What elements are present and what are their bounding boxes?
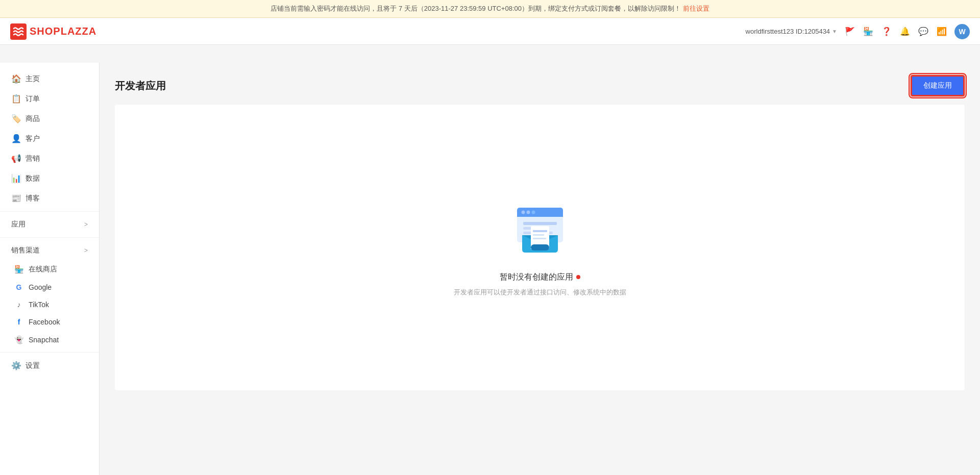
sidebar-section-sales[interactable]: 销售渠道 > <box>0 241 99 260</box>
top-banner: 店铺当前需输入密码才能在线访问，且将于 7 天后（2023-11-27 23:5… <box>0 0 980 18</box>
header: SHOPLAZZA worldfirsttest123 ID:1205434 ▼… <box>0 18 980 45</box>
header-right: worldfirsttest123 ID:1205434 ▼ 🚩 🏪 ❓ 🔔 💬… <box>746 24 970 39</box>
empty-description: 开发者应用可以使开发者通过接口访问、修改系统中的数据 <box>454 288 626 297</box>
divider-2 <box>0 237 99 238</box>
banner-link[interactable]: 前往设置 <box>683 5 709 12</box>
svg-point-5 <box>526 210 530 214</box>
app-section-left: 应用 <box>11 220 26 229</box>
sidebar-label-settings: 设置 <box>26 361 40 370</box>
sidebar-label-tiktok: TikTok <box>29 301 49 309</box>
blog-icon: 📰 <box>11 193 20 203</box>
divider-3 <box>0 352 99 353</box>
sidebar-item-data[interactable]: 📊 数据 <box>0 168 99 188</box>
help-icon[interactable]: ❓ <box>881 26 892 37</box>
customers-icon: 👤 <box>11 134 20 143</box>
avatar[interactable]: W <box>954 24 970 39</box>
google-icon: G <box>14 283 23 291</box>
create-app-button[interactable]: 创建应用 <box>911 75 965 96</box>
sidebar-label-google: Google <box>29 283 52 291</box>
sidebar-item-marketing[interactable]: 📢 营销 <box>0 148 99 168</box>
svg-rect-12 <box>533 234 544 236</box>
facebook-icon: f <box>14 318 23 326</box>
page-title: 开发者应用 <box>115 79 166 93</box>
main-layout: 🏠 主页 📋 订单 🏷️ 商品 👤 客户 📢 营销 📊 数据 📰 博客 <box>0 18 980 475</box>
sidebar-label-snapchat: Snapchat <box>29 336 59 344</box>
svg-rect-14 <box>531 244 549 251</box>
tiktok-icon: ♪ <box>14 301 23 309</box>
header-user-info[interactable]: worldfirsttest123 ID:1205434 ▼ <box>746 28 837 35</box>
divider-1 <box>0 211 99 212</box>
sidebar-item-customers[interactable]: 👤 客户 <box>0 129 99 148</box>
sidebar-label-marketing: 营销 <box>26 154 40 163</box>
svg-point-4 <box>521 210 525 214</box>
chat-icon[interactable]: 💬 <box>918 26 929 37</box>
sidebar-label-app: 应用 <box>11 220 26 229</box>
sidebar: 🏠 主页 📋 订单 🏷️ 商品 👤 客户 📢 营销 📊 数据 📰 博客 <box>0 63 100 475</box>
data-icon: 📊 <box>11 173 20 183</box>
sidebar-item-settings[interactable]: ⚙️ 设置 <box>0 356 99 376</box>
sidebar-label-sales: 销售渠道 <box>11 246 40 255</box>
sidebar-item-google[interactable]: G Google <box>0 279 99 296</box>
sidebar-label-online-store: 在线商店 <box>29 265 57 274</box>
content-card: 暂时没有创建的应用 开发者应用可以使开发者通过接口访问、修改系统中的数据 <box>115 105 965 390</box>
app-chevron-icon: > <box>84 221 88 228</box>
avatar-letter: W <box>959 28 965 36</box>
empty-title-container: 暂时没有创建的应用 <box>500 272 580 283</box>
empty-title-text: 暂时没有创建的应用 <box>500 272 573 283</box>
sidebar-label-blog: 博客 <box>26 194 40 203</box>
sidebar-item-snapchat[interactable]: 👻 Snapchat <box>0 331 99 349</box>
sidebar-item-tiktok[interactable]: ♪ TikTok <box>0 296 99 313</box>
sidebar-section-app[interactable]: 应用 > <box>0 215 99 234</box>
svg-rect-7 <box>523 222 557 225</box>
user-dropdown-caret: ▼ <box>832 29 837 34</box>
flag-icon[interactable]: 🚩 <box>844 26 855 37</box>
shop-icon[interactable]: 🏪 <box>863 26 874 37</box>
svg-rect-13 <box>533 238 546 239</box>
logo[interactable]: SHOPLAZZA <box>10 23 96 40</box>
sidebar-label-products: 商品 <box>26 114 40 123</box>
sidebar-item-online-store[interactable]: 🏪 在线商店 <box>0 260 99 279</box>
sidebar-item-orders[interactable]: 📋 订单 <box>0 89 99 109</box>
snapchat-icon: 👻 <box>14 335 23 344</box>
marketing-icon: 📢 <box>11 154 20 163</box>
bell-icon[interactable]: 🔔 <box>899 26 911 37</box>
sidebar-item-blog[interactable]: 📰 博客 <box>0 188 99 208</box>
sidebar-label-customers: 客户 <box>26 134 40 143</box>
main-content: 开发者应用 创建应用 <box>100 63 980 475</box>
empty-illustration <box>509 198 571 260</box>
sidebar-label-orders: 订单 <box>26 94 40 104</box>
products-icon: 🏷️ <box>11 114 20 123</box>
sidebar-item-facebook[interactable]: f Facebook <box>0 313 99 331</box>
user-name-id: worldfirsttest123 ID:1205434 <box>746 28 830 35</box>
sales-chevron-icon: > <box>84 247 88 254</box>
red-dot-indicator <box>576 275 580 279</box>
sidebar-item-home[interactable]: 🏠 主页 <box>0 69 99 89</box>
sidebar-label-facebook: Facebook <box>29 318 60 326</box>
banner-text: 店铺当前需输入密码才能在线访问，且将于 7 天后（2023-11-27 23:5… <box>271 5 681 12</box>
home-icon: 🏠 <box>11 74 20 84</box>
online-store-icon: 🏪 <box>14 265 23 274</box>
sales-section-left: 销售渠道 <box>11 246 40 255</box>
wifi-icon[interactable]: 📶 <box>936 26 947 37</box>
svg-rect-11 <box>533 230 547 232</box>
settings-icon: ⚙️ <box>11 361 20 370</box>
svg-point-6 <box>531 210 535 214</box>
sidebar-label-home: 主页 <box>26 74 40 84</box>
logo-text: SHOPLAZZA <box>30 26 96 37</box>
orders-icon: 📋 <box>11 94 20 104</box>
sidebar-label-data: 数据 <box>26 174 40 183</box>
sidebar-item-products[interactable]: 🏷️ 商品 <box>0 109 99 129</box>
logo-icon <box>10 23 27 40</box>
svg-rect-0 <box>10 23 27 40</box>
page-header: 开发者应用 创建应用 <box>115 75 965 96</box>
